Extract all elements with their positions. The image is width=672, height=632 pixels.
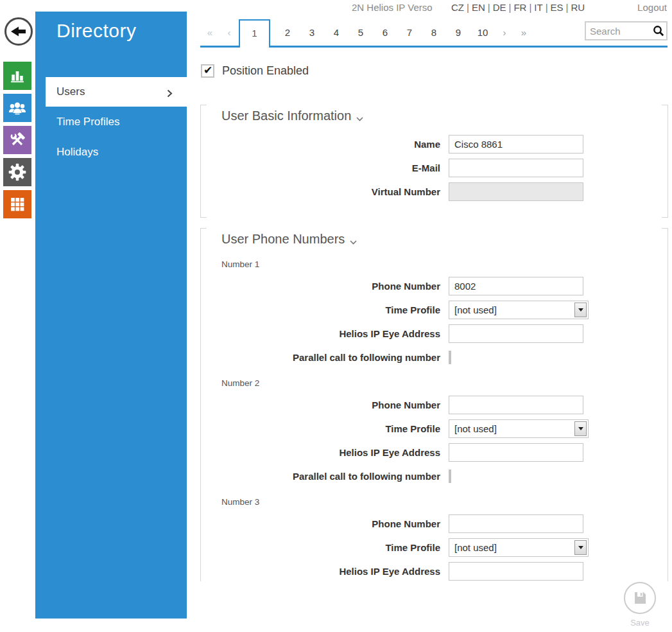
parallel-call-label: Parallel call to following number [209, 471, 440, 482]
eye-address-1-input[interactable] [449, 324, 583, 343]
email-row: E-Mail [209, 159, 659, 177]
lang-divider: | [544, 2, 550, 13]
dropdown-arrow-icon[interactable] [574, 303, 587, 317]
dropdown-arrow-icon[interactable] [574, 421, 587, 436]
eye-address-3-input[interactable] [449, 562, 583, 581]
name-label: Name [209, 139, 440, 150]
number-1-group: Number 1 Phone Number Time Profile [not … [209, 259, 659, 367]
time-profile-label: Time Profile [209, 304, 440, 315]
sidebar-item-users[interactable]: Users [46, 77, 187, 107]
back-button[interactable] [4, 17, 33, 46]
floppy-disk-icon [632, 590, 648, 606]
phone-number-row: Phone Number [209, 396, 659, 414]
phone-number-row: Phone Number [209, 514, 659, 533]
lang-divider: | [486, 2, 492, 13]
time-profile-1-select[interactable]: [not used] [449, 301, 589, 319]
sidebar-item-system[interactable] [3, 190, 31, 218]
lang-cz[interactable]: CZ [451, 2, 465, 13]
pagination-prev[interactable]: ‹ [220, 19, 239, 46]
page-tab-2[interactable]: 2 [275, 19, 300, 46]
page-tab-4[interactable]: 4 [324, 19, 349, 46]
phone-number-1-input[interactable] [449, 277, 583, 295]
phone-number-label: Phone Number [209, 281, 440, 292]
page-tab-10[interactable]: 10 [470, 19, 495, 46]
name-input[interactable] [449, 135, 583, 154]
eye-address-label: Helios IP Eye Address [209, 447, 440, 458]
time-profile-row: Time Profile [not used] [209, 419, 659, 438]
time-profile-label: Time Profile [209, 542, 440, 553]
sidebar-item-label: Time Profiles [56, 116, 120, 128]
section-title-text: User Basic Information [221, 109, 351, 123]
icon-rail [3, 62, 31, 222]
dropdown-arrow-icon[interactable] [574, 540, 587, 555]
email-label: E-Mail [209, 162, 440, 173]
search-icon[interactable] [651, 25, 666, 37]
search-input[interactable] [586, 26, 651, 37]
section-title-text: User Phone Numbers [221, 232, 345, 247]
arrow-left-icon [10, 25, 27, 38]
sidebar-item-directory[interactable] [3, 94, 31, 122]
position-enabled-checkbox[interactable] [201, 64, 214, 78]
pagination-last[interactable]: » [514, 19, 533, 46]
lang-ru[interactable]: RU [570, 2, 585, 13]
lang-es[interactable]: ES [550, 2, 564, 13]
lang-en[interactable]: EN [471, 2, 486, 13]
page-tab-9[interactable]: 9 [446, 19, 470, 46]
gear-icon [7, 162, 28, 182]
phone-number-3-input[interactable] [449, 514, 583, 533]
section-title[interactable]: User Basic Information [209, 105, 659, 125]
page-tab-3[interactable]: 3 [300, 19, 324, 46]
position-enabled-label: Position Enabled [222, 64, 309, 78]
lang-divider: | [507, 2, 513, 13]
hammer-wrench-icon [8, 130, 27, 150]
sidebar-item-hardware[interactable] [3, 126, 31, 154]
users-group-icon [8, 98, 27, 118]
pagination-next[interactable]: › [495, 19, 514, 46]
sidebar-item-label: Holidays [56, 146, 98, 159]
number-1-label: Number 1 [209, 259, 659, 269]
eye-address-2-input[interactable] [449, 443, 583, 462]
time-profile-row: Time Profile [not used] [209, 538, 659, 557]
lang-de[interactable]: DE [492, 2, 507, 13]
lang-fr[interactable]: FR [513, 2, 527, 13]
time-profile-row: Time Profile [not used] [209, 301, 659, 319]
sidebar-item-label: Users [56, 85, 85, 98]
save-area: Save [619, 582, 660, 628]
sidebar-item-services[interactable] [3, 158, 31, 186]
save-button[interactable] [624, 582, 656, 614]
lang-divider: | [527, 2, 533, 13]
sidebar-item-holidays[interactable]: Holidays [35, 137, 187, 167]
section-title[interactable]: User Phone Numbers [209, 228, 659, 248]
sidebar-item-status[interactable] [3, 62, 31, 90]
phone-number-2-input[interactable] [449, 396, 583, 414]
lang-divider: | [465, 2, 471, 13]
pagination-first[interactable]: « [200, 19, 220, 46]
phone-number-row: Phone Number [209, 277, 659, 295]
lang-it[interactable]: IT [533, 2, 543, 13]
chevron-right-icon [167, 88, 173, 101]
sidebar-menu: Users Time Profiles Holidays [35, 77, 187, 167]
section-user-phone-numbers: User Phone Numbers Number 1 Phone Number… [200, 228, 668, 581]
sidebar-item-time-profiles[interactable]: Time Profiles [35, 107, 187, 137]
email-input[interactable] [449, 159, 583, 177]
selected-value: [not used] [449, 304, 573, 315]
eye-address-row: Helios IP Eye Address [209, 324, 659, 343]
time-profile-3-select[interactable]: [not used] [449, 538, 589, 557]
search-box [585, 21, 668, 40]
product-name: 2N Helios IP Verso [352, 2, 433, 13]
number-3-group: Number 3 Phone Number Time Profile [not … [209, 497, 659, 581]
sidebar-panel: Directory Users Time Profiles Holidays [35, 12, 187, 619]
time-profile-2-select[interactable]: [not used] [449, 419, 589, 438]
number-2-label: Number 2 [209, 378, 659, 388]
grid-icon [8, 195, 26, 213]
page-tab-5[interactable]: 5 [349, 19, 373, 46]
page-tab-1[interactable]: 1 [239, 19, 270, 48]
parallel-call-1-checkbox[interactable] [449, 351, 451, 364]
page-tab-8[interactable]: 8 [422, 19, 446, 46]
page-tab-6[interactable]: 6 [373, 19, 397, 46]
time-profile-label: Time Profile [209, 423, 440, 434]
parallel-call-2-checkbox[interactable] [449, 470, 451, 483]
page-tab-7[interactable]: 7 [397, 19, 422, 46]
eye-address-row: Helios IP Eye Address [209, 562, 659, 581]
logout-link[interactable]: Logout [637, 2, 667, 13]
